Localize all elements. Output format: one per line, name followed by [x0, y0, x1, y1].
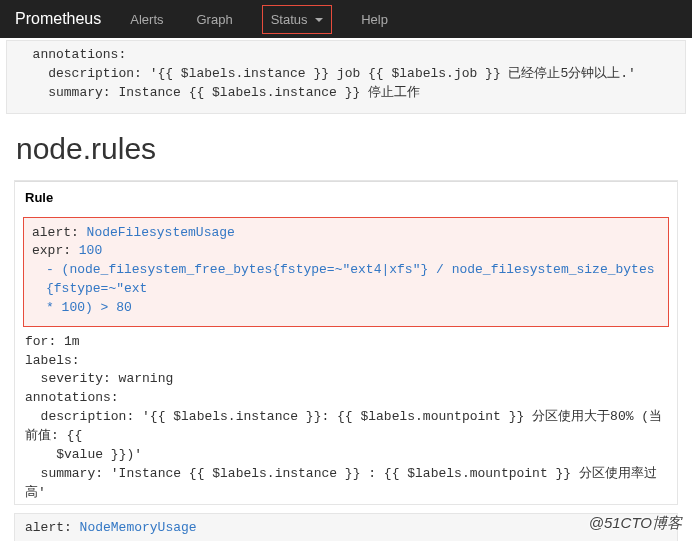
code-line: for: 1m: [25, 334, 80, 349]
code-line: description: '{{ $labels.instance }}: {{…: [25, 409, 662, 443]
navbar: Prometheus Alerts Graph Status Help: [0, 0, 692, 38]
rule-body-highlighted: alert: NodeFilesystemUsage expr: 100 - (…: [23, 217, 669, 327]
code-line: severity: warning: [25, 371, 173, 386]
prev-rule-tail: annotations: description: '{{ $labels.in…: [6, 40, 686, 114]
rule-tail: for: 1m labels: severity: warning annota…: [15, 329, 677, 505]
code-line: summary: Instance {{ $labels.instance }}…: [17, 84, 675, 103]
expr-line[interactable]: - (node_filesystem_free_bytes{fstype=~"e…: [32, 261, 660, 299]
alert-keyword: alert:: [32, 225, 87, 240]
chevron-down-icon: [315, 18, 323, 22]
page-title: node.rules: [16, 132, 686, 166]
code-line: labels:: [25, 353, 80, 368]
expr-line[interactable]: * 100) > 80: [32, 299, 660, 318]
code-line: annotations:: [17, 46, 675, 65]
expr-value[interactable]: 100: [79, 243, 102, 258]
rules-table: Rule alert: NodeFilesystemUsage expr: 10…: [14, 180, 678, 506]
rule-column-header: Rule: [15, 181, 677, 211]
code-line: $value }})': [25, 447, 142, 462]
nav-status[interactable]: Status: [262, 5, 332, 34]
brand[interactable]: Prometheus: [15, 10, 101, 28]
code-line: summary: 'Instance {{ $labels.instance }…: [25, 466, 657, 500]
nav-alerts[interactable]: Alerts: [126, 4, 167, 35]
alert-name[interactable]: NodeFilesystemUsage: [87, 225, 235, 240]
nav-graph[interactable]: Graph: [193, 4, 237, 35]
expr-keyword: expr:: [32, 243, 79, 258]
watermark: @51CTO博客: [589, 514, 682, 533]
nav-status-label: Status: [271, 12, 308, 27]
nav-help[interactable]: Help: [357, 4, 392, 35]
code-line: annotations:: [25, 390, 119, 405]
rule-body: alert: NodeMemoryUsage expr: 100 - (node…: [14, 513, 678, 541]
alert-name[interactable]: NodeMemoryUsage: [80, 520, 197, 535]
code-line: description: '{{ $labels.instance }} job…: [17, 65, 675, 84]
rule-code: alert: NodeMemoryUsage expr: 100 - (node…: [25, 519, 667, 541]
alert-keyword: alert:: [25, 520, 80, 535]
